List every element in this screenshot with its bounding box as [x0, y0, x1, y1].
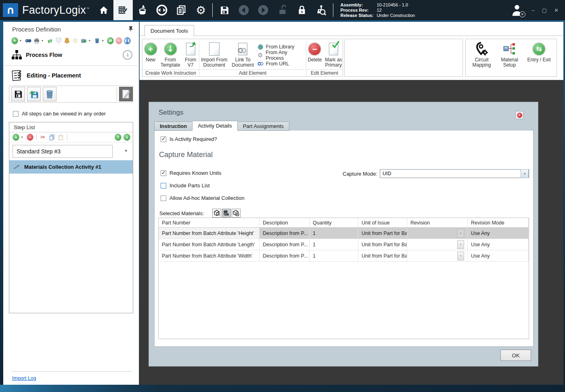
- col-description[interactable]: Description: [259, 218, 310, 227]
- save-button[interactable]: [215, 0, 234, 20]
- dialog-tabs: Instruction Activity Details Part Assign…: [154, 121, 289, 131]
- edit-work-instruction-button[interactable]: [119, 87, 133, 101]
- documents-button[interactable]: [172, 0, 191, 20]
- import-step-button[interactable]: [27, 87, 41, 101]
- print-caret-icon[interactable]: ▾: [42, 39, 45, 42]
- step-selector-chevron-icon[interactable]: ▾: [125, 148, 127, 153]
- allow-adhoc-checkbox[interactable]: [161, 195, 166, 201]
- settings-button[interactable]: ⚙: [191, 0, 210, 20]
- is-activity-required-label: Is Activity Required?: [170, 136, 217, 142]
- process-flow-row[interactable]: Process Flow ↓: [11, 49, 132, 61]
- any-order-checkbox[interactable]: [13, 111, 19, 117]
- include-parts-list-checkbox[interactable]: [161, 183, 166, 189]
- add-step-icon[interactable]: +: [13, 134, 19, 141]
- from-v7-button[interactable]: From V7: [182, 41, 199, 68]
- delete-step-button[interactable]: [43, 87, 56, 101]
- print-icon[interactable]: [33, 37, 40, 44]
- release-status-label: Release Status:: [340, 13, 373, 18]
- revision-combo[interactable]: ▾: [410, 229, 464, 237]
- refresh-icon[interactable]: ⇄: [107, 37, 114, 44]
- tab-part-assignments[interactable]: Part Assignments: [237, 122, 289, 131]
- entry-exit-button[interactable]: ⇆ Entry / Exit: [525, 41, 553, 76]
- maximize-button[interactable]: ▢: [542, 7, 547, 13]
- col-quantity[interactable]: Quantity: [310, 218, 358, 227]
- from-template-button[interactable]: ↓ From Template: [159, 41, 181, 68]
- from-library-label: From Library: [266, 44, 295, 50]
- cell-part-number: Part Number from Batch Attribute 'Width': [159, 250, 259, 261]
- group-add-label: Add Element: [199, 69, 306, 76]
- mark-as-primary-button[interactable]: Mark as Primary: [324, 41, 343, 68]
- tab-instruction[interactable]: Instruction: [154, 122, 193, 131]
- navigator-button[interactable]: [152, 0, 172, 20]
- delete-element-button[interactable]: − Delete: [306, 41, 323, 68]
- col-unit-of-issue[interactable]: Unit of Issue: [358, 218, 407, 227]
- requires-known-units-checkbox[interactable]: [161, 170, 166, 176]
- table-row[interactable]: Part Number from Batch Attribute 'Height…: [159, 228, 529, 239]
- from-any-process-button[interactable]: ⚙ From Any Process: [257, 52, 306, 59]
- tab-activity-details[interactable]: Activity Details: [192, 121, 238, 131]
- page-arrow-icon: [186, 43, 195, 55]
- home-button[interactable]: [94, 0, 113, 20]
- cut-icon[interactable]: ✂: [40, 134, 46, 141]
- process-definition-button[interactable]: [113, 0, 133, 20]
- activity-list-item-selected[interactable]: Materials Collection Activity #1: [9, 160, 133, 174]
- database-materials-button[interactable]: [222, 209, 231, 218]
- table-row[interactable]: Part Number from Batch Attribute 'Width'…: [159, 250, 529, 262]
- add-caret-icon[interactable]: ▾: [20, 39, 23, 42]
- circuit-mapping-button[interactable]: Circuit Mapping: [469, 41, 494, 76]
- lock-revision-button[interactable]: ✕: [292, 0, 312, 20]
- documents-icon: [176, 4, 187, 16]
- tab-document-tools[interactable]: Document Tools: [144, 25, 194, 36]
- notify-bell-icon[interactable]: [63, 37, 70, 44]
- collapse-arrow-icon[interactable]: ↓: [123, 50, 132, 60]
- import-log-link[interactable]: Import Log: [12, 375, 36, 381]
- save-step-button[interactable]: [11, 87, 25, 101]
- pause-icon[interactable]: ❚❚: [124, 37, 131, 44]
- process-settings-icon: ⚙: [72, 37, 79, 44]
- ok-button[interactable]: OK: [500, 350, 531, 361]
- dialog-close-button[interactable]: ✕: [515, 111, 523, 119]
- move-down-icon[interactable]: ↓: [123, 134, 130, 141]
- find-material-button[interactable]: [212, 209, 221, 218]
- ribbon-box-empty: [344, 39, 463, 77]
- remove-material-button[interactable]: [232, 209, 241, 218]
- recycle-icon[interactable]: [94, 37, 100, 44]
- import-from-document-button[interactable]: Import From Document: [200, 41, 229, 68]
- pin-icon[interactable]: [128, 26, 133, 31]
- table-header-row: Part Number Description Quantity Unit of…: [159, 218, 529, 228]
- add-icon[interactable]: +: [11, 37, 18, 44]
- col-part-number[interactable]: Part Number: [159, 218, 259, 227]
- close-button[interactable]: ✕: [554, 7, 559, 13]
- remove-step-icon[interactable]: −: [27, 134, 33, 141]
- export-caret-icon[interactable]: ▾: [89, 39, 92, 42]
- activity-pencil-icon: [13, 165, 20, 170]
- recycle-caret-icon[interactable]: ▾: [102, 39, 105, 42]
- minimize-button[interactable]: –: [532, 7, 535, 13]
- panel-title: Process Definition: [12, 26, 61, 33]
- production-button[interactable]: [133, 0, 152, 20]
- find-icon[interactable]: [25, 37, 31, 44]
- move-up-icon[interactable]: ↑: [115, 134, 121, 141]
- material-setup-button[interactable]: Material Setup: [498, 41, 522, 76]
- link-to-document-button[interactable]: Link To Document: [230, 41, 255, 68]
- capture-mode-select[interactable]: UID ▾: [380, 169, 529, 178]
- new-button[interactable]: + New: [143, 41, 158, 68]
- table-row[interactable]: Part Number from Batch Attribute 'Length…: [159, 239, 529, 250]
- add-step-caret-icon[interactable]: ▾: [21, 136, 25, 139]
- revision-combo[interactable]: ▾: [410, 240, 464, 249]
- is-activity-required-checkbox[interactable]: [161, 136, 166, 142]
- export-icon[interactable]: [80, 37, 87, 44]
- col-revision-mode[interactable]: Revision Mode: [468, 218, 529, 227]
- process-audit-button[interactable]: [312, 0, 331, 20]
- logout-user-button[interactable]: ✕: [510, 3, 524, 17]
- cell-revision: ▾: [407, 228, 468, 239]
- from-url-button[interactable]: From URL: [257, 60, 306, 67]
- revision-chevron-icon: ▾: [457, 240, 464, 249]
- from-any-process-label: From Any Process: [266, 50, 306, 61]
- col-revision[interactable]: Revision: [407, 218, 468, 227]
- copy-icon[interactable]: [48, 134, 55, 141]
- step-selector[interactable]: Standard Step #3: [13, 145, 113, 158]
- revision-combo[interactable]: ▾: [410, 252, 464, 260]
- reorder-icon[interactable]: ⇄: [46, 37, 53, 44]
- is-activity-required-row: Is Activity Required?: [161, 136, 217, 142]
